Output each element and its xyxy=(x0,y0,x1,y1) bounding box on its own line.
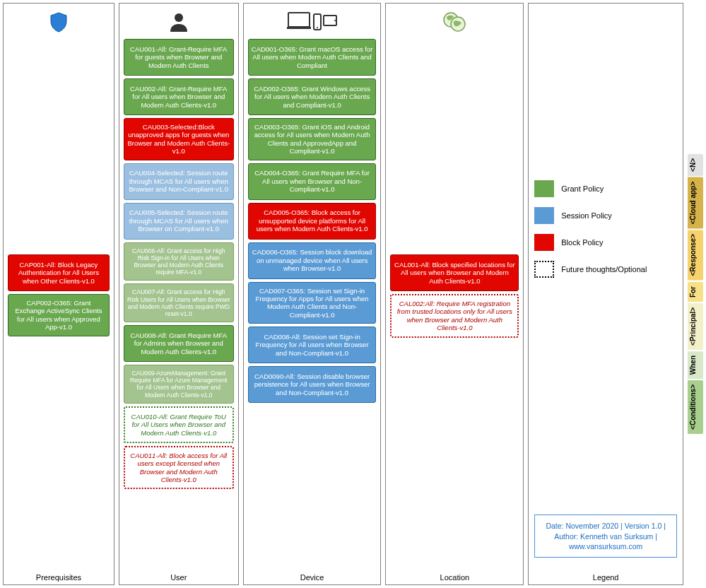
legend-label-block: Block Policy xyxy=(561,238,603,247)
card-cad001: CAD001-O365: Grant macOS access for All … xyxy=(248,39,377,76)
meta-line1: Date: November 2020 | Version 1.0 | xyxy=(539,521,672,531)
card-cal002: CAL002:All: Require MFA registration fro… xyxy=(390,294,519,338)
column-title-device: Device xyxy=(244,573,381,582)
tab-conditions[interactable]: <Conditions> xyxy=(688,380,703,434)
legend-block: Block Policy xyxy=(534,234,677,251)
column-title-location: Location xyxy=(386,573,523,582)
card-cau003: CAU003-Selected:Block unapproved apps fo… xyxy=(124,118,234,160)
legend-label-grant: Grant Policy xyxy=(561,184,604,193)
meta-line2: Author: Kenneth van Surksum | xyxy=(539,531,672,541)
legend-list: Grant Policy Session Policy Block Policy… xyxy=(534,180,677,288)
card-cal001: CAL001-All: Block specified locations fo… xyxy=(390,254,519,291)
card-cad006: CAD006-O365: Session block download on u… xyxy=(248,242,377,279)
column-title-legend: Legend xyxy=(529,573,683,582)
tab-response[interactable]: <Response> xyxy=(688,230,703,280)
card-cap002: CAP002-O365: Grant Exchange ActiveSync C… xyxy=(8,294,110,336)
column-title-prereq: Prerequisites xyxy=(4,573,114,582)
diagram-container: CAP001-All: Block Legacy Authentication … xyxy=(3,3,703,585)
tab-cloud-app[interactable]: <Cloud app> xyxy=(688,177,703,229)
card-cau007: CAU007-All: Grant access for High Risk U… xyxy=(124,283,234,322)
legend-grant: Grant Policy xyxy=(534,180,677,197)
card-cad008: CAD008-All: Session set Sign-in Frequenc… xyxy=(248,327,377,363)
card-cad003: CAD003-O365: Grant iOS and Android acces… xyxy=(248,118,377,160)
svg-rect-1 xyxy=(288,13,310,27)
card-cad007: CAD007-O365: Session set Sign-in Frequen… xyxy=(248,282,377,324)
svg-rect-2 xyxy=(287,27,311,29)
user-icon xyxy=(119,8,238,36)
card-cau004: CAU004-Selected: Session route through M… xyxy=(124,163,234,200)
devices-icon xyxy=(244,8,381,36)
card-cau011: CAU011-All: Block access for All users e… xyxy=(124,446,234,490)
side-tabs: <N> <Cloud app> <Response> For <Principa… xyxy=(688,3,703,585)
card-cau010: CAU010-All: Grant Require ToU for All Us… xyxy=(124,406,234,443)
svg-point-4 xyxy=(317,27,318,28)
legend-label-session: Session Policy xyxy=(561,211,612,220)
tab-when[interactable]: When xyxy=(688,351,703,379)
legend-session: Session Policy xyxy=(534,207,677,224)
swatch-future xyxy=(534,261,554,278)
column-device: CAD001-O365: Grant macOS access for All … xyxy=(243,3,382,585)
swatch-grant xyxy=(534,180,554,197)
card-cad005: CAD005-O365: Block access for unsupporte… xyxy=(248,203,377,240)
column-legend: Grant Policy Session Policy Block Policy… xyxy=(528,3,683,585)
column-location: CAL001-All: Block specified locations fo… xyxy=(385,3,524,585)
card-cau001: CAU001-All: Grant-Require MFA for guests… xyxy=(124,39,234,76)
card-cad002: CAD002-O365: Grant Windows access for Al… xyxy=(248,78,377,115)
column-prerequisites: CAP001-All: Block Legacy Authentication … xyxy=(3,3,114,585)
meta-box: Date: November 2020 | Version 1.0 | Auth… xyxy=(534,514,677,558)
card-cad009: CAD0090-All: Session disable browser per… xyxy=(248,366,377,403)
tab-principal[interactable]: <Principal> xyxy=(688,303,703,350)
card-cau006: CAU006-All: Grant access for High Risk S… xyxy=(124,242,234,281)
swatch-block xyxy=(534,234,554,251)
card-cau002: CAU002-All: Grant-Require MFA for All us… xyxy=(124,78,234,115)
column-user: CAU001-All: Grant-Require MFA for guests… xyxy=(119,3,239,585)
tab-n[interactable]: <N> xyxy=(688,154,703,176)
tab-for[interactable]: For xyxy=(688,282,703,302)
card-cau008: CAU008-All: Grant Require MFA for Admins… xyxy=(124,325,234,362)
card-cad004: CAD004-O365: Grant Require MFA for All u… xyxy=(248,163,377,200)
card-cau009: CAU009-AzureManagement: Grant Require MF… xyxy=(124,365,234,404)
swatch-session xyxy=(534,207,554,224)
meta-line3: www.vansurksum.com xyxy=(539,541,672,551)
globe-icon xyxy=(386,8,523,36)
svg-point-0 xyxy=(175,13,183,22)
shield-icon xyxy=(4,8,114,36)
card-cap001: CAP001-All: Block Legacy Authentication … xyxy=(8,254,110,291)
svg-point-6 xyxy=(334,20,336,21)
legend-label-future: Future thoughts/Optional xyxy=(561,265,647,274)
column-title-user: User xyxy=(119,573,238,582)
legend-future: Future thoughts/Optional xyxy=(534,261,677,278)
card-cau005: CAU005-Selected: Session route through M… xyxy=(124,203,234,240)
